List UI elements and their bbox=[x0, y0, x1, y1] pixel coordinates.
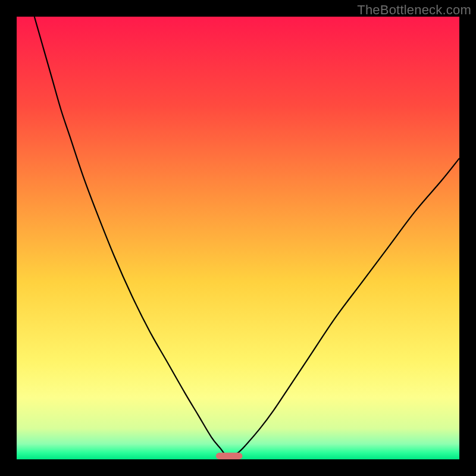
chart-frame bbox=[17, 17, 459, 459]
gradient-background bbox=[17, 17, 459, 459]
optimum-marker bbox=[216, 453, 243, 459]
watermark-text: TheBottleneck.com bbox=[357, 2, 471, 18]
bottleneck-chart bbox=[17, 17, 459, 459]
